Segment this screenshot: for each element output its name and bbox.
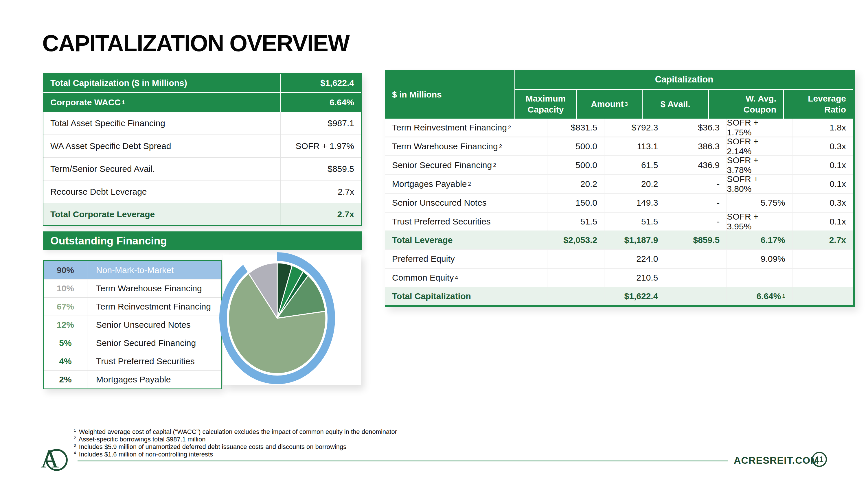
- legend-percent: 2%: [44, 370, 87, 389]
- capitalization-table: $ in Millions Capitalization Maximum Cap…: [385, 70, 855, 307]
- legend-label: Senior Unsecured Notes: [87, 316, 221, 334]
- cell: 1.8x: [792, 119, 853, 136]
- legend-percent: 10%: [44, 280, 87, 297]
- column-header: Leverage Ratio: [783, 90, 853, 119]
- outstanding-financing-title: Outstanding Financing: [50, 235, 167, 247]
- row-label: Senior Secured Financing2: [385, 156, 547, 174]
- page-title: CAPITALIZATION OVERVIEW: [42, 30, 349, 57]
- summary-row-label: Total Corporate Leverage: [43, 203, 281, 225]
- legend-row: 5%Senior Secured Financing: [44, 334, 221, 352]
- cell: [547, 287, 604, 305]
- legend-label: Term Reinvestment Financing: [87, 298, 221, 316]
- row-label: Total Capitalization: [385, 287, 547, 305]
- legend-label: Mortgages Payable: [87, 370, 221, 389]
- logo-circle-icon: [46, 449, 68, 471]
- cell: $792.3: [604, 119, 665, 136]
- cell: $859.5: [665, 231, 726, 249]
- summary-row-value: $987.1: [281, 112, 361, 134]
- summary-row-label: Corporate WACC1: [43, 93, 281, 112]
- summary-row-value: $859.5: [281, 158, 361, 180]
- footer-website-link[interactable]: ACRESREIT.COM: [734, 455, 819, 466]
- summary-row: Recourse Debt Leverage2.7x: [43, 180, 361, 203]
- cell: $1,187.9: [604, 231, 665, 249]
- column-header: $ Avail.: [642, 90, 708, 119]
- cell: [547, 269, 604, 287]
- table-row: Term Reinvestment Financing2$831.5$792.3…: [385, 119, 853, 136]
- legend-row: 67%Term Reinvestment Financing: [44, 297, 221, 316]
- cell: 210.5: [604, 269, 665, 287]
- financing-legend: 90%Non-Mark-to-Market10%Term Warehouse F…: [43, 260, 222, 389]
- summary-row-value: 2.7x: [281, 181, 361, 203]
- legend-row: 12%Senior Unsecured Notes: [44, 316, 221, 334]
- cell: SOFR + 1.75%: [726, 119, 792, 136]
- cell: [726, 269, 792, 287]
- legend-label: Non-Mark-to-Market: [87, 261, 221, 279]
- cell: -: [665, 194, 726, 212]
- cell: 9.09%: [726, 250, 792, 268]
- cell: 500.0: [547, 137, 604, 155]
- summary-row-label: Term/Senior Secured Avail.: [43, 158, 281, 180]
- summary-row: Total Capitalization ($ in Millions)$1,6…: [43, 74, 361, 92]
- legend-row: 2%Mortgages Payable: [44, 370, 221, 389]
- cell: [792, 269, 853, 287]
- cell: 0.1x: [792, 213, 853, 231]
- summary-row-label: WA Asset Specific Debt Spread: [43, 135, 281, 157]
- table-row: Trust Preferred Securities51.551.5-SOFR …: [385, 212, 853, 231]
- column-header: Maximum Capacity: [515, 90, 576, 119]
- financing-pie-chart: [211, 246, 368, 396]
- cell: 113.1: [604, 137, 665, 155]
- row-label: Mortgages Payable2: [385, 175, 547, 193]
- column-header: Amount3: [576, 90, 642, 119]
- cell: 500.0: [547, 156, 604, 174]
- summary-row: WA Asset Specific Debt SpreadSOFR + 1.97…: [43, 134, 361, 157]
- cell: 150.0: [547, 194, 604, 212]
- row-label: Term Reinvestment Financing2: [385, 119, 547, 136]
- legend-percent: 12%: [44, 316, 87, 334]
- cell: 51.5: [547, 213, 604, 231]
- cell: -: [665, 175, 726, 193]
- table-row: Common Equity4210.5: [385, 268, 853, 287]
- cell: $1,622.4: [604, 287, 665, 305]
- column-header: W. Avg. Coupon: [708, 90, 783, 119]
- legend-label: Trust Preferred Securities: [87, 352, 221, 370]
- legend-row: 4%Trust Preferred Securities: [44, 352, 221, 370]
- pie-group: [223, 257, 331, 380]
- summary-row: Total Corporate Leverage2.7x: [43, 203, 361, 225]
- legend-row: 90%Non-Mark-to-Market: [44, 261, 221, 279]
- cell: 0.1x: [792, 175, 853, 193]
- cell: 5.75%: [726, 194, 792, 212]
- cell: 51.5: [604, 213, 665, 231]
- legend-percent: 67%: [44, 298, 87, 316]
- row-label: Term Warehouse Financing2: [385, 137, 547, 155]
- table-row: Senior Secured Financing2500.061.5436.9S…: [385, 155, 853, 174]
- cell: SOFR + 3.78%: [726, 156, 792, 174]
- row-label: Senior Unsecured Notes: [385, 194, 547, 212]
- page-number-badge: 11: [812, 452, 827, 467]
- summary-row-value: 2.7x: [281, 203, 361, 225]
- cell: 2.7x: [792, 231, 853, 249]
- capitalization-table-body: Term Reinvestment Financing2$831.5$792.3…: [385, 119, 853, 305]
- cell: 0.3x: [792, 194, 853, 212]
- summary-row: Corporate WACC16.64%: [43, 92, 361, 112]
- cell: [665, 250, 726, 268]
- cell: [792, 250, 853, 268]
- slide-canvas: { "page": { "title": "CAPITALIZATION OVE…: [0, 0, 868, 488]
- table-row: Total Leverage$2,053.2$1,187.9$859.56.17…: [385, 231, 853, 249]
- summary-row-label: Recourse Debt Leverage: [43, 181, 281, 203]
- summary-row: Total Asset Specific Financing$987.1: [43, 112, 361, 134]
- capitalization-table-header: $ in Millions Capitalization Maximum Cap…: [385, 70, 853, 119]
- page-number: 11: [815, 455, 824, 464]
- cell: 20.2: [547, 175, 604, 193]
- cell: [792, 287, 853, 305]
- cell: 20.2: [604, 175, 665, 193]
- capitalization-header-group: Capitalization Maximum CapacityAmount3$ …: [515, 70, 853, 119]
- table-row: Total Capitalization$1,622.46.64%1: [385, 287, 853, 305]
- cell: SOFR + 3.95%: [726, 213, 792, 231]
- footnote: 1 Weighted average cost of capital (“WAC…: [74, 428, 397, 436]
- summary-row-label: Total Capitalization ($ in Millions): [43, 74, 281, 92]
- cell: SOFR + 2.14%: [726, 137, 792, 155]
- footnotes: 1 Weighted average cost of capital (“WAC…: [74, 428, 397, 458]
- summary-row-value: SOFR + 1.97%: [281, 135, 361, 157]
- summary-row-value: 6.64%: [281, 93, 361, 112]
- cell: 224.0: [604, 250, 665, 268]
